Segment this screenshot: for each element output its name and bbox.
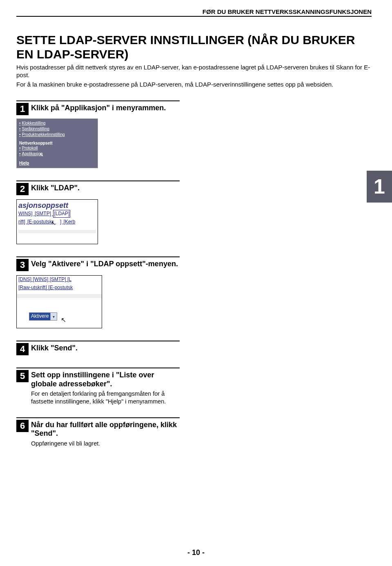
chevron-down-icon[interactable]: ▾	[50, 313, 57, 320]
tab-link-ldap[interactable]: [LDAP]	[53, 210, 70, 218]
running-header: FØR DU BRUKER NETTVERKSSKANNINGSFUNKSJON…	[16, 8, 372, 17]
panel-title: asjonsoppsett	[18, 201, 96, 210]
step-number: 3	[16, 259, 29, 271]
tab-link[interactable]: [SMTP]	[35, 211, 51, 216]
step-title: Klikk på "Applikasjon" i menyrammen.	[31, 103, 166, 113]
cursor-icon: ↖	[40, 152, 44, 158]
tab-links-row: [DNS] [WINS] [SMTP] [L	[17, 276, 102, 284]
menu-section: Nettverksoppsett	[19, 141, 95, 145]
dropdown-selected: Aktivere	[29, 313, 50, 320]
screenshot-dropdown: [DNS] [WINS] [SMTP] [L [Raw-utskrift] [E…	[16, 275, 102, 328]
step-number: 2	[16, 183, 29, 195]
menu-item-applikasjon[interactable]: •Applikasjon↖	[19, 151, 95, 157]
tab-links-row: [Raw-utskrift] [E-postutsk	[17, 284, 102, 292]
tab-link[interactable]: WINS]	[18, 211, 33, 216]
step-title: Klikk "LDAP".	[31, 183, 80, 193]
step-number: 5	[16, 370, 29, 382]
step-6: 6 Når du har fullført alle oppføringene,…	[16, 417, 180, 447]
menu-item[interactable]: •Klokkestilling	[19, 120, 95, 126]
page-number: - 10 -	[0, 548, 392, 557]
step-5: 5 Sett opp innstillingene i "Liste over …	[16, 368, 180, 405]
intro-para-1: Hvis postadresser på ditt nettverk styre…	[16, 64, 372, 79]
cursor-icon: ↖	[51, 220, 56, 226]
step-number: 1	[16, 103, 29, 115]
step-title: Velg "Aktivere" i "LDAP oppsett"-menyen.	[31, 259, 178, 269]
cursor-icon: ↖	[61, 316, 66, 324]
screenshot-tabs: asjonsoppsett WINS] [SMTP] [LDAP] rift] …	[16, 199, 98, 244]
tab-link[interactable]: [Kerb	[64, 219, 76, 225]
menu-item[interactable]: •Protokoll	[19, 145, 95, 151]
step-2: 2 Klikk "LDAP". asjonsoppsett WINS] [SMT…	[16, 180, 180, 244]
tab-link[interactable]: [E-postutskr	[27, 219, 53, 225]
step-title: Klikk "Send".	[31, 343, 78, 353]
step-1: 1 Klikk på "Applikasjon" i menyrammen. •…	[16, 100, 180, 168]
chapter-tab: 1	[367, 171, 392, 203]
screenshot-menu: •Klokkestilling •Språkinnstilling •Produ…	[16, 118, 98, 168]
step-title: Når du har fullført alle oppføringene, k…	[31, 420, 180, 438]
ldap-dropdown[interactable]: Aktivere ▾	[29, 312, 57, 321]
step-subtext: Oppføringene vil bli lagret.	[31, 440, 180, 447]
step-number: 6	[16, 420, 29, 432]
menu-item[interactable]: •Produktnøkkelinnstilling	[19, 132, 95, 138]
menu-help[interactable]: Hjelp	[19, 161, 95, 165]
menu-item[interactable]: •Språkinnstilling	[19, 126, 95, 132]
step-subtext: For en detaljert forklaring på fremgangs…	[31, 390, 180, 405]
step-4: 4 Klikk "Send".	[16, 341, 180, 355]
intro-para-2: For å la maskinen bruke e-postadressene …	[16, 81, 372, 89]
step-number: 4	[16, 343, 29, 355]
page-title: SETTE LDAP-SERVER INNSTILLINGER (NÅR DU …	[16, 33, 372, 61]
step-title: Sett opp innstillingene i "Liste over gl…	[31, 370, 180, 388]
tab-link[interactable]: rift]	[18, 219, 25, 225]
step-3: 3 Velg "Aktivere" i "LDAP oppsett"-menye…	[16, 256, 180, 328]
